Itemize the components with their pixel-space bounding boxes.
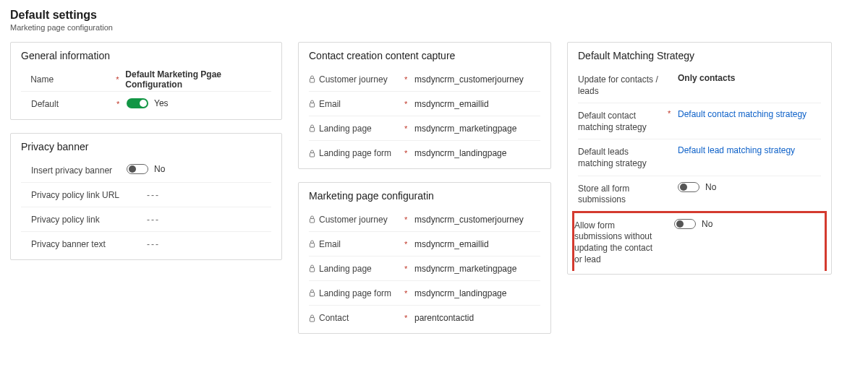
privacy-link-value[interactable]: --- bbox=[147, 215, 271, 225]
allow-form-submissions-label: Allow form submissions without updating … bbox=[574, 219, 664, 265]
marketing-page-row: Customer journey*msdyncrm_customerjourne… bbox=[309, 207, 540, 232]
required-icon: * bbox=[404, 289, 414, 298]
default-toggle-label: Yes bbox=[154, 98, 169, 108]
marketing-page-label: Email bbox=[319, 239, 404, 249]
svg-rect-7 bbox=[310, 293, 314, 296]
allow-form-submissions-toggle-label: No bbox=[702, 219, 712, 229]
lock-icon bbox=[309, 264, 319, 272]
marketing-page-row: Landing page*msdyncrm_marketingpage bbox=[309, 257, 540, 281]
required-icon: * bbox=[404, 100, 414, 108]
privacy-url-value[interactable]: --- bbox=[147, 190, 271, 200]
contact-capture-label: Landing page bbox=[319, 124, 404, 134]
default-lead-strategy-label: Default leads matching strategy bbox=[578, 145, 668, 169]
lock-icon bbox=[309, 215, 319, 223]
required-icon: * bbox=[404, 149, 414, 158]
store-submissions-toggle-label: No bbox=[705, 182, 716, 192]
contact-capture-value[interactable]: msdyncrm_emaillid bbox=[414, 99, 540, 109]
marketing-page-row: Contact*parentcontactid bbox=[309, 306, 540, 330]
lock-icon bbox=[309, 314, 319, 322]
svg-rect-6 bbox=[310, 268, 314, 272]
marketing-page-label: Landing page bbox=[319, 264, 404, 274]
required-icon: * bbox=[404, 215, 414, 224]
lock-icon bbox=[309, 75, 319, 83]
svg-rect-2 bbox=[310, 128, 314, 132]
contact-capture-card: Contact creation content capture Custome… bbox=[298, 42, 551, 169]
required-icon: * bbox=[116, 75, 125, 84]
card-title-marketing-page: Marketing page configuratin bbox=[309, 190, 540, 202]
marketing-page-value[interactable]: parentcontactid bbox=[414, 313, 540, 323]
card-title-matching: Default Matching Strategy bbox=[578, 50, 821, 61]
svg-rect-8 bbox=[310, 317, 314, 321]
privacy-text-label: Privacy banner text bbox=[31, 239, 147, 249]
marketing-page-value[interactable]: msdyncrm_customerjourney bbox=[414, 215, 540, 225]
marketing-page-card: Marketing page configuratin Customer jou… bbox=[298, 182, 551, 334]
privacy-link-label: Privacy policy link bbox=[31, 215, 147, 225]
required-icon: * bbox=[404, 124, 414, 133]
svg-rect-0 bbox=[310, 79, 314, 82]
update-for-value[interactable]: Only contacts bbox=[678, 73, 821, 83]
contact-capture-row: Landing page*msdyncrm_marketingpage bbox=[309, 116, 540, 141]
svg-rect-3 bbox=[310, 152, 314, 156]
marketing-page-label: Contact bbox=[319, 313, 404, 323]
default-label: Default bbox=[31, 99, 116, 109]
marketing-page-value[interactable]: msdyncrm_landingpage bbox=[414, 288, 540, 298]
default-contact-strategy-label: Default contact matching strategy bbox=[578, 109, 668, 133]
insert-privacy-toggle[interactable]: No bbox=[127, 164, 165, 174]
contact-capture-value[interactable]: msdyncrm_customerjourney bbox=[414, 74, 540, 85]
contact-capture-value[interactable]: msdyncrm_landingpage bbox=[414, 148, 540, 158]
page-subtitle: Marketing page configuration bbox=[10, 23, 858, 32]
default-toggle[interactable]: Yes bbox=[127, 98, 169, 108]
required-icon: * bbox=[404, 314, 414, 322]
lock-icon bbox=[309, 100, 319, 108]
insert-privacy-toggle-label: No bbox=[154, 164, 165, 174]
store-submissions-label: Store all form submissions bbox=[578, 182, 668, 206]
default-contact-strategy-link[interactable]: Default contact matching strategy bbox=[678, 109, 821, 119]
required-icon: * bbox=[116, 100, 127, 108]
privacy-banner-card: Privacy banner Insert privacy banner No … bbox=[10, 133, 282, 260]
required-icon: * bbox=[404, 264, 414, 273]
default-lead-strategy-link[interactable]: Default lead matching strategy bbox=[678, 145, 821, 155]
insert-privacy-label: Insert privacy banner bbox=[31, 165, 116, 176]
marketing-page-row: Email*msdyncrm_emaillid bbox=[309, 232, 540, 257]
matching-strategy-card: Default Matching Strategy Update for con… bbox=[567, 42, 832, 275]
general-information-card: General information Name * Default Marke… bbox=[10, 42, 282, 120]
contact-capture-row: Landing page form*msdyncrm_landingpage bbox=[309, 141, 540, 165]
required-icon: * bbox=[404, 75, 414, 84]
name-value[interactable]: Default Marketing Pgae Configuration bbox=[125, 69, 271, 90]
name-label: Name bbox=[30, 74, 116, 85]
contact-capture-row: Email*msdyncrm_emaillid bbox=[309, 92, 540, 116]
required-icon: * bbox=[668, 109, 678, 118]
required-icon: * bbox=[404, 240, 414, 249]
page-title: Default settings bbox=[10, 9, 858, 22]
contact-capture-value[interactable]: msdyncrm_marketingpage bbox=[414, 124, 540, 134]
store-submissions-toggle[interactable]: No bbox=[678, 182, 716, 192]
marketing-page-value[interactable]: msdyncrm_marketingpage bbox=[414, 264, 540, 274]
allow-form-submissions-toggle[interactable]: No bbox=[674, 219, 712, 229]
lock-icon bbox=[309, 289, 319, 297]
svg-rect-1 bbox=[310, 103, 314, 107]
marketing-page-value[interactable]: msdyncrm_emaillid bbox=[414, 239, 540, 249]
lock-icon bbox=[309, 240, 319, 248]
privacy-url-label: Privacy policy link URL bbox=[31, 190, 147, 200]
svg-rect-4 bbox=[310, 219, 314, 223]
privacy-text-value[interactable]: --- bbox=[147, 239, 271, 249]
card-title-privacy: Privacy banner bbox=[21, 141, 271, 152]
card-title-contact-capture: Contact creation content capture bbox=[309, 50, 540, 61]
contact-capture-row: Customer journey*msdyncrm_customerjourne… bbox=[309, 67, 540, 92]
update-for-label: Update for contacts / leads bbox=[578, 73, 668, 97]
marketing-page-row: Landing page form*msdyncrm_landingpage bbox=[309, 281, 540, 306]
contact-capture-label: Landing page form bbox=[319, 148, 404, 158]
allow-form-submissions-row: Allow form submissions without updating … bbox=[572, 211, 827, 271]
svg-rect-5 bbox=[310, 243, 314, 247]
card-title-general: General information bbox=[21, 50, 271, 61]
contact-capture-label: Email bbox=[319, 99, 404, 109]
lock-icon bbox=[309, 150, 319, 158]
marketing-page-label: Landing page form bbox=[319, 288, 404, 298]
contact-capture-label: Customer journey bbox=[319, 74, 404, 85]
lock-icon bbox=[309, 124, 319, 132]
marketing-page-label: Customer journey bbox=[319, 215, 404, 225]
